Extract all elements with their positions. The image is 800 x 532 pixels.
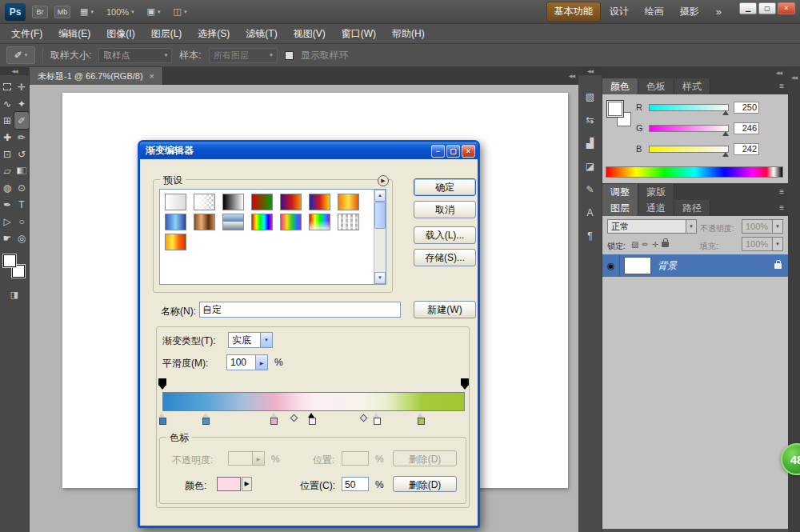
preset-violet-orange[interactable] — [280, 194, 302, 210]
layer-thumbnail[interactable] — [624, 257, 651, 274]
preset-transparent-stripes[interactable] — [338, 214, 359, 230]
layer-visibility-toggle[interactable]: ◉ — [602, 254, 620, 277]
crop-tool[interactable]: ⊞ — [0, 112, 14, 129]
preset-blue-red-yellow[interactable] — [309, 194, 330, 210]
tab-layers[interactable]: 图层 — [602, 200, 638, 216]
dialog-close-button[interactable]: × — [462, 145, 475, 158]
path-select-tool[interactable]: ▷ — [0, 213, 14, 230]
preset-copper[interactable] — [194, 214, 215, 230]
preset-fg-to-bg[interactable] — [165, 194, 186, 210]
opacity-dropdown[interactable]: 100% ▼ — [742, 219, 783, 234]
swatches-panel-icon[interactable]: ▧ — [582, 90, 598, 104]
preset-chrome[interactable] — [222, 214, 244, 230]
menu-view[interactable]: 视图(V) — [286, 24, 334, 44]
document-tab[interactable]: 未标题-1 @ 66.7%(RGB/8) × — [30, 67, 163, 85]
bridge-icon[interactable]: Br — [32, 6, 48, 18]
foreground-color-swatch[interactable] — [608, 102, 622, 116]
channel-value-b[interactable]: 242 — [734, 143, 759, 155]
color-stop[interactable] — [417, 413, 426, 425]
lock-all-icon[interactable] — [662, 238, 669, 250]
scroll-up-button[interactable]: ▲ — [374, 190, 386, 202]
workspace-essentials[interactable]: 基本功能 — [546, 2, 601, 22]
quick-select-tool[interactable]: ✦ — [14, 95, 29, 112]
screen-mode-button[interactable]: ◫ ▾ — [170, 5, 190, 18]
color-slider-b[interactable] — [649, 146, 729, 153]
workspace-painting[interactable]: 绘画 — [638, 2, 671, 21]
mini-bridge-icon[interactable]: Mb — [54, 6, 70, 18]
cancel-button[interactable]: 取消 — [414, 201, 476, 218]
blend-mode-dropdown[interactable]: 正常 ▼ — [607, 219, 697, 234]
preset-orange-yellow-orange[interactable] — [338, 194, 359, 210]
dodge-tool[interactable]: ⊙ — [14, 179, 29, 196]
menu-file[interactable]: 文件(F) — [3, 24, 50, 44]
color-stop[interactable] — [158, 413, 167, 425]
ok-button[interactable]: 确定 — [414, 178, 476, 196]
tab-styles[interactable]: 样式 — [674, 78, 710, 94]
sample-dropdown[interactable]: 所有图层 ▾ — [209, 48, 278, 63]
preset-black-white[interactable] — [222, 194, 244, 210]
restore-button[interactable]: ▢ — [758, 2, 776, 14]
presets-menu-button[interactable]: ▶ — [378, 175, 389, 186]
layer-row-background[interactable]: ◉ 背景 — [602, 254, 788, 277]
stop-color-menu-icon[interactable]: ▶ — [242, 477, 252, 491]
color-spectrum-ramp[interactable] — [606, 166, 783, 178]
slider-handle[interactable] — [722, 152, 729, 157]
eraser-tool[interactable]: ▱ — [0, 162, 14, 179]
save-button[interactable]: 存储(S)... — [414, 249, 476, 266]
rect-marquee-tool[interactable] — [0, 78, 14, 95]
menu-window[interactable]: 窗口(W) — [334, 24, 384, 44]
color-stop[interactable] — [270, 413, 278, 425]
scroll-down-button[interactable]: ▼ — [374, 272, 386, 284]
toolbar-collapse-arrows[interactable]: ◀◀ — [0, 67, 29, 75]
workspace-design[interactable]: 设计 — [602, 2, 636, 21]
gradient-type-dropdown[interactable]: 实底 ▼ — [228, 332, 273, 348]
minimize-button[interactable]: ▁ — [739, 2, 757, 14]
gradient-preview-bar[interactable] — [162, 392, 465, 411]
tabbar-collapse-arrows[interactable]: ◀◀ — [569, 67, 574, 85]
preset-fg-to-transparent[interactable] — [194, 194, 215, 210]
blur-tool[interactable]: ◍ — [0, 179, 14, 196]
character-panel-icon[interactable]: A — [582, 206, 598, 220]
smoothness-input[interactable]: 100 ▶ — [226, 354, 268, 370]
scrollbar-thumb[interactable] — [374, 202, 386, 229]
workspace-overflow[interactable]: » — [713, 6, 725, 18]
color-stop[interactable] — [308, 413, 317, 425]
workspace-photography[interactable]: 摄影 — [673, 2, 706, 21]
preset-red-green[interactable] — [251, 194, 273, 210]
tab-masks[interactable]: 蒙版 — [638, 184, 674, 200]
panel-menu-icon[interactable]: ≡ — [779, 200, 784, 216]
foreground-color-swatch[interactable] — [3, 254, 16, 267]
menu-filter[interactable]: 滤镜(T) — [238, 24, 285, 44]
arrange-documents-button[interactable]: ▣ ▾ — [144, 5, 164, 18]
opacity-stop[interactable] — [461, 378, 469, 390]
histogram-panel-icon[interactable]: ▟ — [582, 136, 598, 150]
quick-mask-button[interactable]: ◨ — [8, 290, 21, 300]
eyedropper-tool[interactable]: ✐ — [14, 112, 29, 129]
new-button[interactable]: 新建(W) — [414, 301, 476, 318]
view-extras-button[interactable]: ▦ ▾ — [77, 5, 97, 18]
dialog-minimize-button[interactable]: – — [431, 145, 445, 158]
tab-swatches[interactable]: 色板 — [638, 78, 674, 94]
paragraph-panel-icon[interactable]: ¶ — [582, 229, 598, 243]
color-stop[interactable] — [373, 413, 382, 425]
color-slider-g[interactable] — [649, 125, 729, 132]
slider-handle[interactable] — [722, 131, 729, 136]
stop-color-swatch[interactable] — [217, 477, 241, 491]
ellipse-tool[interactable]: ○ — [14, 213, 29, 230]
dialog-titlebar[interactable]: 渐变编辑器 – ▢ × — [140, 142, 478, 159]
color-slider-r[interactable] — [649, 104, 729, 111]
lasso-tool[interactable]: ∿ — [0, 95, 14, 112]
gradient-tool[interactable] — [14, 162, 29, 179]
photoshop-logo[interactable]: Ps — [5, 3, 26, 21]
clone-stamp-tool[interactable]: ⊡ — [0, 146, 14, 162]
delete-color-stop-button[interactable]: 删除(D) — [393, 476, 457, 492]
dialog-restore-button[interactable]: ▢ — [446, 145, 460, 158]
preset-orange-yellow-red[interactable] — [165, 234, 186, 250]
healing-brush-tool[interactable]: ✚ — [0, 129, 14, 146]
tab-paths[interactable]: 路径 — [674, 200, 710, 216]
channel-value-g[interactable]: 246 — [734, 122, 759, 134]
panel-menu-icon[interactable]: ≡ — [779, 78, 784, 94]
edge-collapse-arrows[interactable]: ◀◀ — [788, 67, 800, 80]
tab-adjustments[interactable]: 调整 — [602, 184, 638, 200]
stop-location-input[interactable] — [342, 451, 369, 466]
